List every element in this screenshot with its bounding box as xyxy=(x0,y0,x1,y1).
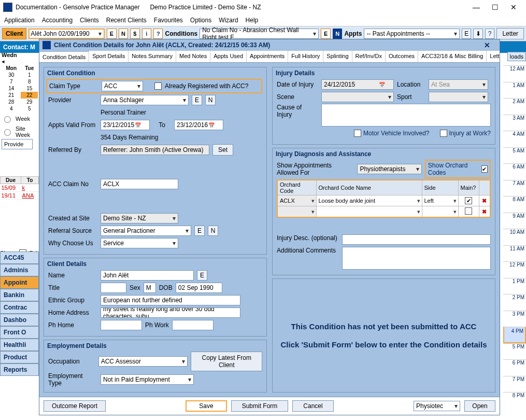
menu-accounting[interactable]: Accounting xyxy=(42,17,73,24)
tab-splinting[interactable]: Splinting xyxy=(323,51,352,53)
e-button[interactable]: E xyxy=(107,29,116,39)
contact-value: M xyxy=(30,44,35,51)
tab-notes-summary[interactable]: Notes Summary xyxy=(129,51,176,53)
tab-outcomes[interactable]: Outcomes xyxy=(386,51,418,53)
tab-condition-details[interactable]: Condition Details xyxy=(39,51,89,53)
tab-full-history[interactable]: Full History xyxy=(288,51,323,53)
tab-appointments[interactable]: Appointments xyxy=(247,51,288,53)
time-ruler: 12 AM 1 AM 2 AM 3 AM 4 AM 5 AM 6 AM 7 AM… xyxy=(503,52,526,53)
dollar-button[interactable]: $ xyxy=(130,29,139,39)
client-combo[interactable]: Alët John 02/09/1990 xyxy=(29,29,105,39)
tab-acc32[interactable]: ACC32/18 & Misc Billing xyxy=(418,51,487,53)
appts-combo[interactable]: -- Past Appointments -- xyxy=(364,29,460,39)
appts-label: Appts xyxy=(344,30,362,37)
conditions-label: Conditions xyxy=(165,30,197,37)
download-button[interactable]: ⬇ xyxy=(473,29,482,39)
menu-favourites[interactable]: Favourites xyxy=(154,17,183,24)
tab-med-notes[interactable]: Med Notes xyxy=(176,51,210,53)
calendar-title: Wedn xyxy=(2,52,38,53)
close-button[interactable]: ✕ xyxy=(504,2,523,13)
menu-clients[interactable]: Clients xyxy=(80,17,99,24)
cond-e-button[interactable]: E xyxy=(321,29,330,39)
app-logo-icon xyxy=(3,3,12,12)
tab-ref-inv-dx[interactable]: Ref/Inv/Dx xyxy=(352,51,386,53)
app-title: Documentation - Gensolve Practice Manage… xyxy=(16,4,150,11)
menu-options[interactable]: Options xyxy=(190,17,211,24)
help-button[interactable]: ? xyxy=(153,29,163,39)
appts-help-button[interactable]: ? xyxy=(485,29,494,39)
letter-button[interactable]: Letter xyxy=(496,28,524,39)
client-label: Client xyxy=(2,28,26,39)
conditions-combo[interactable]: No Claim No - Abrasion Chest Wall Right … xyxy=(200,29,319,39)
dialog-title: Client Condition Details for John Alët (… xyxy=(54,41,270,49)
main-menubar: Application Accounting Clients Recent Cl… xyxy=(0,15,526,26)
app-subtitle: Demo Practice Limited - Demo Site - NZ xyxy=(150,4,271,11)
menu-recent-clients[interactable]: Recent Clients xyxy=(106,17,147,24)
dialog-tabs: Condition Details Sport Details Notes Su… xyxy=(39,51,500,53)
appts-e-button[interactable]: E xyxy=(462,29,471,39)
n-button[interactable]: N xyxy=(119,29,128,39)
tab-letters[interactable]: Letters xyxy=(487,51,500,53)
tab-sport-details[interactable]: Sport Details xyxy=(89,51,129,53)
minimize-button[interactable]: — xyxy=(467,2,486,13)
menu-help[interactable]: Help xyxy=(246,17,259,24)
dialog-close-button[interactable]: ✕ xyxy=(478,39,496,51)
dialog-logo-icon xyxy=(42,41,51,49)
menu-wizard[interactable]: Wizard xyxy=(219,17,238,24)
maximize-button[interactable]: ☐ xyxy=(486,2,504,13)
condition-dialog: Client Condition Details for John Alët (… xyxy=(39,39,500,53)
tab-appts-used[interactable]: Appts Used xyxy=(210,51,247,53)
mini-calendar: Wedn ◂ MonTue 301 78 1415 2122 2829 45 W… xyxy=(2,52,38,53)
app-titlebar: Documentation - Gensolve Practice Manage… xyxy=(0,0,526,15)
info-button[interactable]: i xyxy=(142,29,151,39)
menu-application[interactable]: Application xyxy=(4,17,35,24)
cond-n-button[interactable]: N xyxy=(333,29,342,39)
contact-label: Contact: xyxy=(3,44,29,51)
